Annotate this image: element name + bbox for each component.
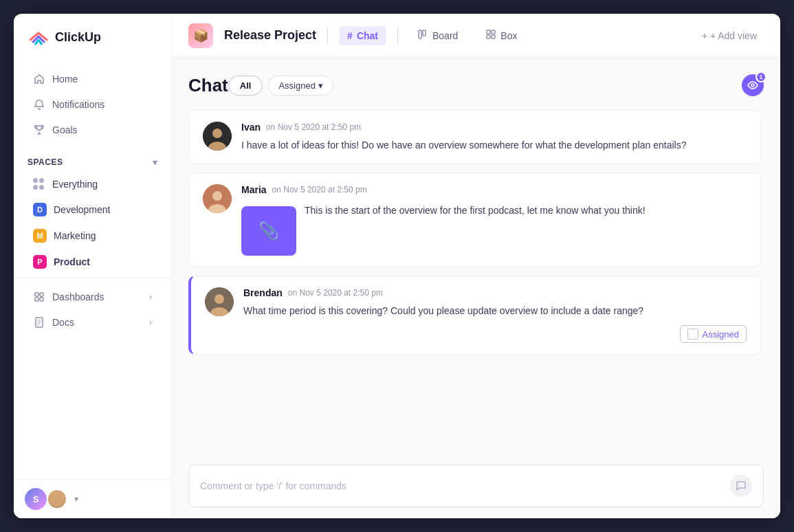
logo: ClickUp bbox=[14, 14, 171, 60]
sidebar-item-label: Docs bbox=[52, 317, 74, 328]
message-author: Ivan bbox=[241, 122, 261, 133]
tab-label: Chat bbox=[357, 30, 378, 41]
box-icon bbox=[485, 29, 496, 42]
checkbox-icon bbox=[687, 329, 698, 340]
assigned-label: Assigned bbox=[703, 329, 739, 340]
sidebar-item-label: Dashboards bbox=[52, 291, 104, 302]
tab-chat[interactable]: # Chat bbox=[339, 26, 386, 45]
sidebar-item-label: Notifications bbox=[52, 99, 104, 110]
sidebar-footer: S ▾ bbox=[14, 479, 171, 518]
svg-rect-8 bbox=[487, 30, 490, 34]
spaces-section: Spaces ▾ bbox=[14, 148, 171, 172]
person-avatar-svg bbox=[203, 184, 232, 213]
eye-icon-wrapper[interactable]: 1 bbox=[742, 74, 764, 96]
chat-bubble-icon bbox=[736, 480, 747, 491]
send-button[interactable] bbox=[730, 475, 752, 497]
message-card-maria: Maria on Nov 5 2020 at 2:50 pm 📎 This is… bbox=[188, 173, 761, 267]
sidebar-item-product[interactable]: P Product bbox=[19, 250, 166, 274]
sidebar-item-dashboards[interactable]: Dashboards › bbox=[19, 285, 166, 309]
dashboard-icon bbox=[33, 291, 45, 303]
message-author: Maria bbox=[241, 184, 267, 195]
project-title: Release Project bbox=[224, 28, 316, 43]
message-text: What time period is this covering? Could… bbox=[243, 304, 747, 318]
message-content: Maria on Nov 5 2020 at 2:50 pm 📎 This is… bbox=[241, 184, 747, 256]
divider bbox=[327, 27, 328, 44]
spaces-header[interactable]: Spaces ▾ bbox=[27, 157, 157, 168]
chat-title: Chat bbox=[188, 75, 228, 96]
chat-area: Chat All Assigned ▾ 1 bbox=[172, 58, 780, 518]
sidebar-item-label: Development bbox=[54, 204, 111, 215]
chevron-down-icon: ▾ bbox=[153, 157, 157, 168]
bell-icon bbox=[33, 98, 45, 111]
filter-all-button[interactable]: All bbox=[228, 76, 263, 96]
sidebar: ClickUp Home Notifications bbox=[14, 14, 172, 518]
svg-point-12 bbox=[751, 84, 754, 87]
user-avatar-photo bbox=[47, 489, 67, 509]
svg-rect-9 bbox=[492, 30, 495, 34]
watch-button[interactable]: 1 bbox=[742, 74, 764, 96]
main-header: 📦 Release Project # Chat Board bbox=[172, 14, 780, 58]
tab-label: Board bbox=[432, 30, 458, 41]
message-text: This is the start of the overview for th… bbox=[305, 201, 646, 218]
person-avatar-svg bbox=[203, 122, 232, 151]
message-time: on Nov 5 2020 at 2:50 pm bbox=[272, 185, 367, 195]
app-container: ClickUp Home Notifications bbox=[14, 14, 780, 518]
svg-rect-4 bbox=[40, 298, 43, 301]
user-avatar-s: S bbox=[25, 488, 47, 510]
filter-assigned-dropdown[interactable]: Assigned ▾ bbox=[268, 76, 333, 96]
assigned-label: Assigned bbox=[278, 80, 315, 91]
svg-rect-2 bbox=[40, 293, 43, 296]
trophy-icon bbox=[33, 124, 45, 136]
chat-filters: All Assigned ▾ bbox=[228, 76, 333, 96]
message-content: Brendan on Nov 5 2020 at 2:50 pm What ti… bbox=[243, 287, 747, 343]
svg-point-17 bbox=[212, 191, 222, 201]
attachment-thumbnail[interactable]: 📎 bbox=[241, 206, 296, 256]
add-view-label: + Add view bbox=[710, 30, 757, 41]
sidebar-item-label: Home bbox=[52, 74, 78, 85]
board-icon bbox=[417, 29, 428, 42]
sidebar-item-notifications[interactable]: Notifications bbox=[19, 92, 166, 117]
space-badge-d: D bbox=[33, 203, 47, 217]
sidebar-item-goals[interactable]: Goals bbox=[19, 118, 166, 142]
spaces-title: Spaces bbox=[27, 157, 63, 167]
message-text: I have a lot of ideas for this! Do we ha… bbox=[241, 138, 747, 153]
arrow-right-icon: › bbox=[149, 292, 152, 302]
sidebar-item-home[interactable]: Home bbox=[19, 67, 166, 91]
comment-input-box[interactable]: Comment or type '/' for commands bbox=[188, 465, 764, 507]
add-view-button[interactable]: + + Add view bbox=[695, 26, 764, 45]
sidebar-item-label: Goals bbox=[52, 124, 78, 135]
notification-badge: 1 bbox=[756, 71, 767, 82]
sidebar-item-everything[interactable]: Everything bbox=[19, 173, 166, 196]
svg-point-14 bbox=[212, 129, 222, 138]
sidebar-item-docs[interactable]: Docs › bbox=[19, 310, 166, 335]
svg-rect-10 bbox=[487, 35, 490, 38]
dots-grid-icon bbox=[33, 178, 45, 190]
main-content: 📦 Release Project # Chat Board bbox=[172, 14, 780, 518]
tab-board[interactable]: Board bbox=[409, 25, 466, 46]
chevron-down-icon[interactable]: ▾ bbox=[74, 494, 78, 504]
assigned-button[interactable]: Assigned bbox=[680, 325, 747, 343]
avatar-ivan bbox=[203, 122, 232, 151]
message-card-brendan: Brendan on Nov 5 2020 at 2:50 pm What ti… bbox=[188, 276, 761, 355]
sidebar-item-marketing[interactable]: M Marketing bbox=[19, 223, 166, 248]
sidebar-item-label: Product bbox=[54, 256, 90, 267]
tab-box[interactable]: Box bbox=[477, 25, 525, 46]
sidebar-item-label: Marketing bbox=[54, 230, 96, 241]
message-footer: Assigned bbox=[243, 325, 747, 343]
avatar-maria bbox=[203, 184, 232, 213]
svg-rect-11 bbox=[492, 35, 495, 38]
svg-rect-1 bbox=[35, 293, 38, 296]
messages-list: Ivan on Nov 5 2020 at 2:50 pm I have a l… bbox=[188, 110, 764, 454]
tab-label: Box bbox=[500, 30, 517, 41]
sidebar-item-development[interactable]: D Development bbox=[19, 197, 166, 222]
message-with-attachment: 📎 This is the start of the overview for … bbox=[241, 201, 747, 256]
message-author: Brendan bbox=[243, 287, 283, 298]
message-card-ivan: Ivan on Nov 5 2020 at 2:50 pm I have a l… bbox=[188, 110, 761, 164]
chevron-down-icon: ▾ bbox=[318, 80, 323, 91]
svg-point-20 bbox=[214, 294, 224, 304]
svg-rect-3 bbox=[35, 298, 38, 301]
plus-icon: + bbox=[702, 30, 707, 41]
sidebar-nav: Home Notifications bbox=[14, 60, 171, 148]
eye-icon bbox=[747, 80, 758, 91]
message-time: on Nov 5 2020 at 2:50 pm bbox=[288, 288, 383, 298]
